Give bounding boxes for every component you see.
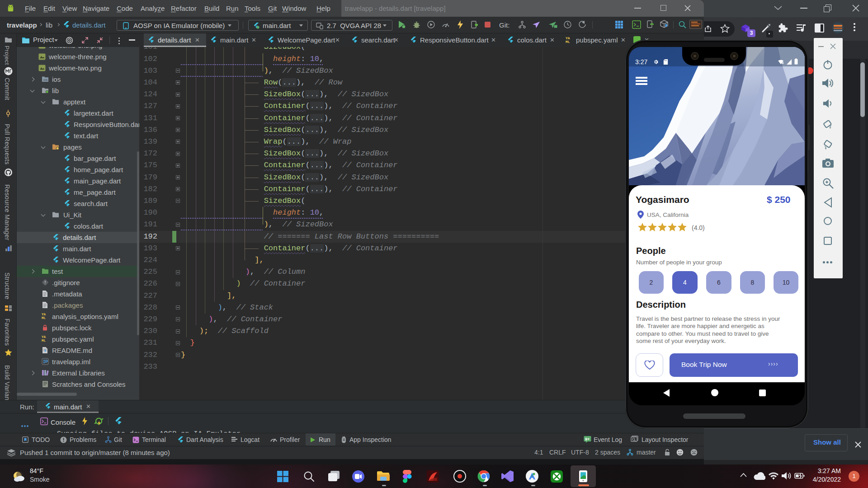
svg-text:9+: 9+: [585, 437, 590, 441]
svg-text:iOS: iOS: [43, 79, 48, 81]
